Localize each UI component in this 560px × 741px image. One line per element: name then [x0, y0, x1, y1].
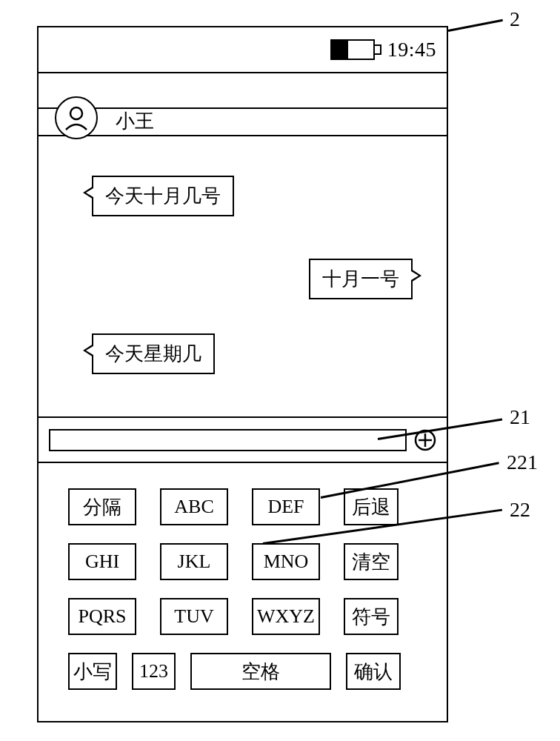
key-confirm[interactable]: 确认 [346, 653, 401, 690]
battery-icon [330, 39, 381, 60]
key-back[interactable]: 后退 [344, 488, 399, 525]
avatar-icon [55, 96, 98, 139]
callout-label-keyboard: 22 [510, 498, 530, 522]
bubble-tail-left-icon [83, 186, 93, 199]
chat-message: 今天星期几 [105, 343, 201, 365]
key-ghi[interactable]: GHI [68, 543, 136, 580]
keyboard: 分隔 ABC DEF 后退 GHI JKL MNO 清空 PQRS TUV WX… [39, 478, 447, 700]
key-lowercase[interactable]: 小写 [68, 653, 117, 690]
chat-bubble-outgoing: 十月一号 [309, 259, 413, 299]
key-tuv[interactable]: TUV [160, 598, 228, 635]
key-separator[interactable]: 分隔 [68, 488, 136, 525]
key-abc[interactable]: ABC [160, 488, 228, 525]
device-frame: 19:45 小王 今天十月几号 十月一号 [37, 26, 448, 722]
key-symbol[interactable]: 符号 [344, 598, 399, 635]
chat-message: 今天十月几号 [105, 185, 221, 207]
key-mno[interactable]: MNO [252, 543, 320, 580]
contact-name: 小王 [116, 108, 154, 134]
key-clear[interactable]: 清空 [344, 543, 399, 580]
callout-leader [448, 19, 503, 32]
chat-bubble-incoming: 今天十月几号 [92, 176, 234, 216]
chat-area: 今天十月几号 十月一号 今天星期几 [39, 161, 447, 420]
svg-point-0 [70, 107, 82, 119]
key-wxyz[interactable]: WXYZ [252, 598, 320, 635]
bubble-tail-left-icon [83, 344, 93, 357]
input-bar [39, 416, 447, 463]
callout-label-input: 21 [510, 405, 530, 429]
status-time: 19:45 [387, 38, 436, 62]
message-input[interactable] [49, 429, 407, 451]
key-pqrs[interactable]: PQRS [68, 598, 136, 635]
key-123[interactable]: 123 [132, 653, 176, 690]
chat-bubble-incoming: 今天星期几 [92, 333, 215, 374]
callout-label-device: 2 [510, 7, 520, 31]
callout-label-key-example: 221 [507, 451, 538, 474]
key-jkl[interactable]: JKL [160, 543, 228, 580]
chat-message: 十月一号 [322, 268, 399, 290]
key-space[interactable]: 空格 [190, 653, 331, 690]
contact-header: 小王 [39, 98, 447, 141]
key-def[interactable]: DEF [252, 488, 320, 525]
status-bar: 19:45 [39, 27, 447, 73]
bubble-tail-right-icon [411, 269, 421, 282]
